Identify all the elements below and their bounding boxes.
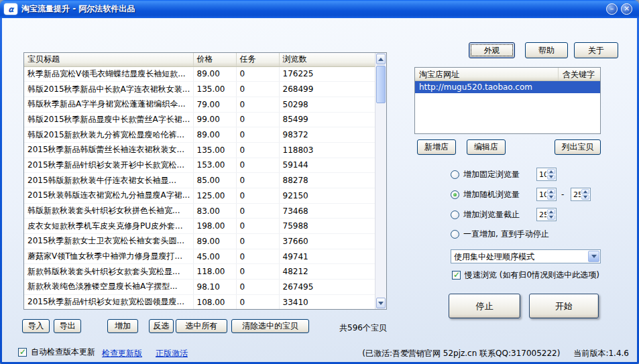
list-items-button[interactable]: 列出宝贝 [555, 139, 601, 155]
random-views-min-spinner[interactable]: 10 [536, 188, 557, 201]
table-row[interactable]: 新款韩版秋装套头针织衫女款套头宽松显... 118.00 0 48212 [24, 264, 375, 280]
spin-up-button[interactable] [547, 189, 555, 194]
views-cap-spinner[interactable]: 25 [536, 208, 557, 221]
checkbox-checked-icon[interactable] [452, 271, 461, 280]
table-row[interactable]: 2015秋季新款女士卫衣宽松长袖女套头圆... 89.00 0 37660 [24, 234, 375, 249]
spin-up-button[interactable] [547, 169, 555, 174]
cell-price: 89.00 [193, 66, 236, 82]
col-header-views[interactable]: 浏览数 [279, 53, 375, 66]
cell-views: 59144 [279, 158, 375, 173]
radio-views-cap[interactable]: 增加浏览量截止 [451, 209, 520, 221]
status-info: (已激活:吾爱营销官网 52pjz.cn 联系QQ:317005222) 当前版… [362, 348, 629, 359]
table-row[interactable]: 蘑菇家V领T恤女秋季中袖弹力修身显瘦打... 45.00 0 49741 [24, 249, 375, 264]
mode-select[interactable]: 使用集中处理顺序模式 [451, 249, 601, 263]
table-row[interactable]: 韩版新款秋装套头针织衫女秋拼色长袖宽... 83.00 0 73468 [24, 203, 375, 219]
radio-fixed-views[interactable]: 增加固定浏览量 [451, 169, 520, 180]
spin-down-icon [549, 176, 553, 178]
spin-down-icon [583, 196, 587, 198]
auto-update-option[interactable]: 自动检查版本更新 [18, 347, 95, 358]
store-row[interactable]: http://mugu520.taobao.com [415, 81, 600, 93]
add-store-button[interactable]: 新增店 [417, 139, 456, 155]
spin-down-button[interactable] [547, 215, 555, 221]
title-bar: α 淘宝流量提升 - 阿尔法软件出品 – × [0, 0, 639, 18]
checkbox-checked-icon[interactable] [18, 348, 27, 357]
close-button[interactable]: × [621, 3, 632, 15]
import-button[interactable]: 导入 [22, 319, 50, 333]
table-row[interactable]: 秋季新品宽松V领毛衣蝴蝶结显瘦长袖短款... 89.00 0 176225 [24, 66, 375, 82]
about-button[interactable]: 关于 [574, 42, 618, 58]
random-views-max-spinner[interactable]: 25 [571, 188, 591, 201]
clear-selected-button[interactable]: 清除选中的宝贝 [231, 319, 309, 333]
edit-store-button[interactable]: 编辑店 [467, 139, 506, 155]
cell-task: 0 [236, 264, 279, 280]
table-row[interactable]: 2015秋季新品针织衫女短款宽松圆领显瘦... 108.00 0 33410 [24, 294, 375, 310]
table-row[interactable]: 新款秋装纯色淡雅镂空显瘦长袖A字摆型... 98.10 0 267495 [24, 280, 375, 295]
fixed-views-spinner[interactable]: 10 [536, 168, 557, 181]
total-items-count: 共596个宝贝 [339, 322, 387, 334]
spin-down-button[interactable] [581, 195, 589, 200]
table-row[interactable]: 韩版2015秋季新品中长款A字连衣裙秋女装... 135.00 0 268499 [24, 82, 375, 97]
store-list-header: 淘宝店网址 含关键字 [415, 68, 600, 81]
radio-until-stop[interactable]: 一直增加, 直到手动停止 [451, 229, 549, 240]
radio-icon[interactable] [451, 230, 459, 239]
cell-title: 皮衣女短款秋季机车皮夹克修身PU皮外套... [24, 219, 193, 234]
random-views-max-value[interactable]: 25 [571, 188, 581, 200]
store-col-keyword[interactable]: 含关键字 [559, 68, 600, 80]
cell-title: 韩版秋季新品A字半身裙宽松蓬蓬裙编织伞... [24, 97, 193, 112]
add-button[interactable]: 增加 [107, 319, 138, 333]
stop-button[interactable]: 停止 [449, 294, 520, 318]
table-row[interactable]: 2015秋装韩版连衣裙宽松九分袖显瘦A字裙... 125.00 0 92150 [24, 188, 375, 204]
store-url: http://mugu520.taobao.com [415, 82, 559, 92]
cell-task: 0 [236, 127, 279, 143]
slow-browse-option[interactable]: 慢速浏览 (如有归0情况则选中此选项) [452, 269, 599, 281]
col-header-price[interactable]: 价格 [193, 53, 236, 66]
views-cap-value[interactable]: 25 [537, 208, 546, 221]
spin-down-button[interactable] [547, 175, 555, 180]
table-row[interactable]: 韩版秋季新品A字半身裙宽松蓬蓬裙编织伞... 79.00 0 50298 [24, 97, 375, 112]
start-button[interactable]: 开始 [529, 294, 599, 318]
radio-checked-icon[interactable] [451, 190, 459, 199]
table-row[interactable]: 韩版2015新款秋装九分裤宽松显瘦哈伦裤... 89.00 0 98372 [24, 127, 375, 143]
invert-selection-button[interactable]: 反选 [149, 319, 174, 333]
minimize-button[interactable]: – [606, 3, 618, 15]
appearance-button[interactable]: 外观 [469, 42, 515, 58]
radio-icon[interactable] [451, 210, 459, 219]
random-views-min-value[interactable]: 10 [537, 188, 546, 200]
spin-up-button[interactable] [581, 189, 589, 194]
cell-title: 2015秋装韩版连衣裙宽松九分袖显瘦A字裙... [24, 188, 193, 204]
table-row[interactable]: 皮衣女短款秋季机车皮夹克修身PU皮外套... 198.00 0 75988 [24, 219, 375, 234]
table-row[interactable]: 2015韩版新款秋装牛仔连衣裙女长袖显... 85.00 0 88278 [24, 173, 375, 188]
radio-icon[interactable] [451, 170, 459, 179]
table-row[interactable]: 2015秋季新品针织衫女装开衫中长款宽松... 153.00 0 59144 [24, 158, 375, 173]
radio-random-views[interactable]: 增加随机浏览量 [451, 189, 520, 200]
cell-views: 49741 [279, 249, 375, 264]
items-table-scrollbar[interactable] [375, 53, 386, 309]
export-button[interactable]: 导出 [54, 319, 81, 333]
table-row[interactable]: 韩版2015秋季新品显瘦中长款蕾丝A字长裙... 99.00 0 85499 [24, 112, 375, 127]
spin-down-icon [549, 196, 553, 198]
store-col-url[interactable]: 淘宝店网址 [415, 68, 559, 80]
check-update-link[interactable]: 检查更新版 [102, 348, 142, 359]
cell-task: 0 [236, 234, 279, 249]
col-header-task[interactable]: 任务 [236, 53, 279, 66]
col-header-title[interactable]: 宝贝标题 [24, 53, 193, 66]
activate-link[interactable]: 正版激活 [156, 348, 188, 359]
scroll-down-button[interactable] [376, 298, 386, 308]
select-all-button[interactable]: 选中所有 [176, 319, 227, 333]
scrollbar-thumb[interactable] [376, 66, 386, 103]
scroll-up-button[interactable] [376, 54, 386, 64]
spinner-buttons [546, 168, 556, 180]
help-button[interactable]: 帮助 [525, 42, 568, 58]
dropdown-button[interactable] [588, 251, 599, 262]
fixed-views-value[interactable]: 10 [537, 168, 546, 180]
slow-browse-label: 慢速浏览 (如有归0情况则选中此选项) [465, 269, 599, 281]
cell-title: 2015秋季新品韩版蕾丝长袖连衣裙秋装女... [24, 142, 193, 158]
table-row[interactable]: 2015秋季新品韩版蕾丝长袖连衣裙秋装女... 135.00 0 118803 [24, 142, 375, 158]
cell-price: 135.00 [193, 142, 236, 158]
spinner-buttons [546, 208, 556, 221]
auto-update-label: 自动检查版本更新 [31, 347, 95, 358]
spin-up-button[interactable] [547, 209, 555, 215]
spin-down-button[interactable] [547, 195, 555, 200]
scroll-up-icon [378, 58, 384, 61]
cell-views: 75988 [279, 219, 375, 234]
